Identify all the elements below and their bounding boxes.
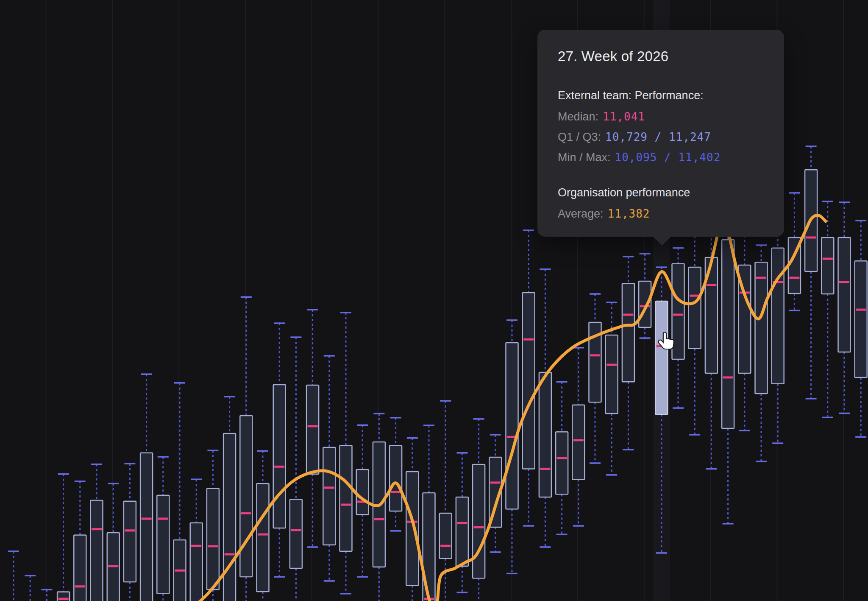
box-rect[interactable]	[855, 261, 867, 377]
box-w31-2026[interactable]	[722, 222, 734, 524]
box-rect[interactable]	[240, 416, 252, 577]
box-rect[interactable]	[406, 472, 418, 585]
box-rect-hovered[interactable]	[655, 301, 668, 414]
box-w26-2026[interactable]	[639, 253, 651, 338]
box-w33-2026[interactable]	[755, 244, 768, 462]
box-w51-2025[interactable]	[190, 478, 203, 601]
box-rect[interactable]	[190, 523, 203, 601]
box-rect[interactable]	[340, 445, 352, 551]
box-w3-2026[interactable]	[257, 450, 269, 601]
box-rect[interactable]	[772, 248, 784, 384]
box-w7-2026[interactable]	[323, 355, 335, 581]
box-rect[interactable]	[639, 281, 651, 327]
box-rect[interactable]	[456, 497, 468, 566]
max-cap	[290, 336, 301, 338]
box-w29-2026[interactable]	[689, 230, 701, 435]
box-rect[interactable]	[722, 240, 734, 428]
box-rect[interactable]	[473, 464, 485, 578]
box-rect[interactable]	[506, 343, 518, 509]
box-rect[interactable]	[223, 433, 236, 601]
box-rect[interactable]	[323, 447, 335, 545]
max-cap	[673, 247, 684, 249]
box-w41-2025[interactable]	[24, 575, 36, 601]
box-w25-2026[interactable]	[622, 256, 634, 450]
max-cap	[506, 319, 517, 321]
box-w23-2026[interactable]	[589, 293, 601, 464]
box-rect[interactable]	[606, 335, 618, 414]
box-w42-2025[interactable]	[41, 589, 53, 601]
box-w15-2026[interactable]	[456, 452, 468, 593]
box-w4-2026[interactable]	[273, 322, 286, 577]
chart-canvas[interactable]: 27. Week of 2026 External team: Performa…	[0, 0, 868, 601]
box-w38-2026[interactable]	[838, 201, 851, 414]
box-w39-2026[interactable]	[855, 220, 867, 438]
min-cap	[772, 442, 783, 444]
box-rect[interactable]	[755, 262, 768, 394]
box-w19-2026[interactable]	[523, 229, 535, 526]
box-rect[interactable]	[389, 445, 402, 511]
box-rect[interactable]	[290, 500, 302, 568]
box-w37-2026[interactable]	[821, 201, 834, 418]
min-cap	[274, 576, 285, 578]
box-rect[interactable]	[74, 535, 86, 601]
box-w6-2026[interactable]	[306, 309, 319, 548]
box-w34-2026[interactable]	[772, 220, 784, 444]
box-rect[interactable]	[124, 501, 136, 582]
box-w45-2025[interactable]	[91, 464, 103, 601]
box-rect[interactable]	[91, 500, 103, 601]
box-rect[interactable]	[273, 385, 286, 528]
median-line	[75, 585, 85, 587]
max-cap	[407, 437, 418, 439]
box-w22-2026[interactable]	[572, 347, 584, 527]
median-line	[606, 364, 617, 366]
min-cap	[556, 534, 568, 535]
box-w2-2026[interactable]	[240, 296, 252, 601]
box-w11-2026[interactable]	[389, 417, 402, 532]
box-w32-2026[interactable]	[738, 235, 751, 431]
box-w21-2026[interactable]	[556, 381, 568, 535]
box-w43-2025[interactable]	[57, 473, 70, 601]
median-line	[523, 338, 534, 341]
box-w5-2026[interactable]	[290, 336, 302, 601]
box-rect[interactable]	[821, 238, 834, 294]
box-rect[interactable]	[539, 372, 551, 497]
box-w16-2026[interactable]	[473, 418, 485, 601]
box-w36-2026[interactable]	[805, 145, 817, 399]
box-w48-2025[interactable]	[140, 373, 153, 601]
box-w28-2026[interactable]	[672, 247, 684, 409]
box-w46-2025[interactable]	[107, 483, 120, 601]
box-w52-2025[interactable]	[207, 450, 219, 601]
box-rect[interactable]	[556, 432, 568, 494]
median-line	[324, 486, 334, 489]
max-cap	[423, 425, 434, 426]
box-w8-2026[interactable]	[340, 312, 352, 594]
box-rect[interactable]	[622, 283, 634, 382]
box-w50-2025[interactable]	[174, 382, 186, 601]
min-cap	[656, 552, 667, 554]
box-w47-2025[interactable]	[124, 463, 136, 601]
min-cap	[390, 530, 401, 532]
box-rect[interactable]	[356, 470, 369, 514]
min-cap	[590, 462, 601, 464]
box-rect[interactable]	[689, 267, 701, 349]
box-rect[interactable]	[306, 385, 319, 474]
box-w40-2025[interactable]	[8, 551, 20, 601]
box-rect[interactable]	[140, 453, 153, 601]
max-cap	[257, 450, 268, 452]
box-rect[interactable]	[207, 489, 219, 590]
box-rect[interactable]	[838, 238, 851, 352]
max-cap	[207, 450, 218, 451]
max-cap	[124, 463, 135, 464]
box-rect[interactable]	[440, 513, 452, 559]
box-w44-2025[interactable]	[74, 481, 86, 601]
box-rect[interactable]	[523, 293, 535, 469]
box-w20-2026[interactable]	[539, 268, 551, 548]
box-rect[interactable]	[572, 405, 584, 479]
box-rect[interactable]	[157, 495, 169, 594]
max-cap	[8, 551, 19, 552]
box-rect[interactable]	[257, 484, 269, 592]
median-line	[391, 491, 401, 493]
box-w18-2026[interactable]	[506, 319, 518, 574]
tooltip-row-average: Average:11,382	[558, 204, 764, 224]
box-w49-2025[interactable]	[157, 456, 169, 601]
